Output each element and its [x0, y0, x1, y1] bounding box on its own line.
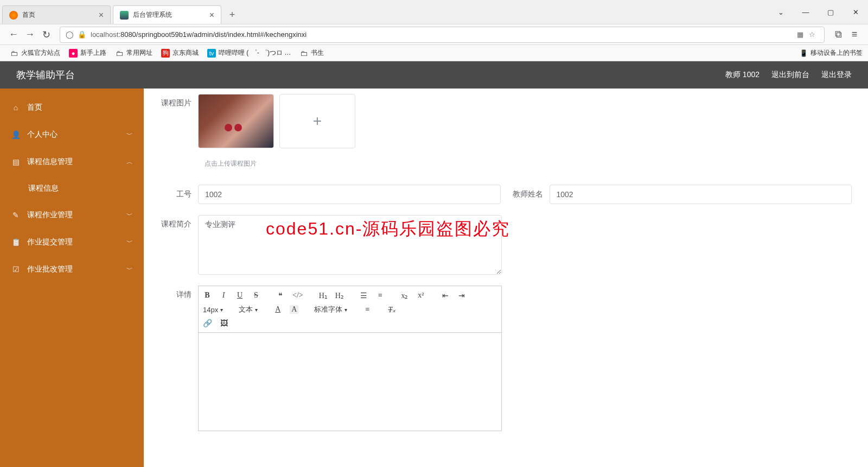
app-menu-button[interactable]: ≡: [846, 27, 863, 43]
browser-tab-active[interactable]: 后台管理系统 ×: [113, 5, 221, 24]
header-logout[interactable]: 退出登录: [821, 70, 852, 80]
chevron-down-icon: ﹀: [126, 211, 133, 220]
chevron-down-icon: ﹀: [126, 265, 133, 274]
textarea-course-intro[interactable]: [198, 215, 502, 275]
bold-button[interactable]: B: [203, 291, 212, 300]
outdent-button[interactable]: ⇤: [441, 291, 450, 300]
chevron-down-icon[interactable]: ⌄: [768, 4, 793, 21]
plus-icon: +: [313, 112, 322, 130]
window-minimize-button[interactable]: —: [793, 4, 818, 21]
close-icon[interactable]: ×: [209, 10, 214, 20]
lock-icon: 🔒: [78, 30, 86, 39]
italic-button[interactable]: I: [219, 291, 228, 300]
chevron-up-icon: ︿: [126, 157, 133, 167]
close-icon[interactable]: ×: [99, 10, 104, 20]
course-image-thumbnail[interactable]: [198, 94, 274, 148]
clipboard-icon: 📋: [11, 238, 21, 247]
h1-button[interactable]: H₁: [319, 291, 328, 300]
bookmark-item[interactable]: 狗京东商城: [157, 47, 203, 59]
bookmark-star-icon[interactable]: ☆: [809, 30, 815, 39]
nav-reload-button[interactable]: ↻: [38, 27, 54, 43]
bookmark-item[interactable]: tv哔哩哔哩 ( ゜- ゜)つロ …: [203, 47, 295, 59]
app-header: 教学辅助平台 教师 1002 退出到前台 退出登录: [0, 61, 868, 89]
list-unordered-button[interactable]: ≡: [376, 291, 385, 300]
text-color-button[interactable]: A: [273, 305, 282, 314]
sidebar-item-course-homework[interactable]: ✎ 课程作业管理 ﹀: [0, 201, 144, 229]
sidebar-item-homework-grade[interactable]: ☑ 作业批改管理 ﹀: [0, 256, 144, 283]
new-tab-button[interactable]: +: [225, 7, 240, 22]
rich-text-editor: B I U S ❝ </> H₁ H₂ ☰ ≡ x₂: [198, 286, 502, 431]
editor-content[interactable]: [199, 333, 501, 431]
strike-button[interactable]: S: [252, 291, 260, 300]
list-icon: ▤: [11, 157, 21, 166]
folder-icon: 🗀: [299, 49, 308, 58]
blockquote-button[interactable]: ❝: [276, 291, 285, 300]
label-teacher-name: 教师姓名: [512, 190, 550, 199]
text-style-select[interactable]: 文本▾: [239, 305, 258, 314]
url-text: localhost:8080/springboot59b1w/admin/dis…: [91, 30, 797, 39]
sidebar-item-label: 首页: [27, 103, 42, 112]
home-icon: ⌂: [11, 103, 21, 112]
url-input[interactable]: ◯ 🔒 localhost:8080/springboot59b1w/admin…: [60, 27, 825, 43]
chevron-down-icon: ﹀: [126, 238, 133, 247]
label-gonghao: 工号: [160, 190, 198, 199]
underline-button[interactable]: U: [235, 291, 244, 300]
label-course-intro: 课程简介: [160, 215, 198, 229]
qr-icon[interactable]: ▦: [797, 30, 803, 39]
browser-tab-home[interactable]: 首页 ×: [2, 5, 111, 24]
sidebar-item-home[interactable]: ⌂ 首页: [0, 94, 144, 121]
bilibili-icon: tv: [207, 49, 216, 58]
bookmark-item[interactable]: 🗀火狐官方站点: [5, 47, 65, 59]
folder-icon: 🗀: [10, 49, 18, 58]
h2-button[interactable]: H₂: [335, 291, 344, 300]
code-button[interactable]: </>: [292, 291, 303, 300]
tab-label: 首页: [22, 10, 94, 20]
nav-back-button[interactable]: ←: [5, 27, 22, 43]
pencil-icon: ✎: [11, 211, 21, 219]
address-bar: ← → ↻ ◯ 🔒 localhost:8080/springboot59b1w…: [0, 24, 868, 45]
sidebar-item-label: 课程信息管理: [27, 157, 73, 167]
nav-forward-button[interactable]: →: [22, 27, 38, 43]
sidebar-item-course-info[interactable]: ▤ 课程信息管理 ︿: [0, 148, 144, 175]
indent-button[interactable]: ⇥: [457, 291, 466, 300]
font-size-select[interactable]: 14px▾: [203, 306, 223, 314]
align-button[interactable]: ≡: [363, 305, 372, 314]
sidebar-subitem-course-info[interactable]: 课程信息: [0, 175, 144, 201]
bookmark-item[interactable]: ●新手上路: [65, 47, 111, 59]
subscript-button[interactable]: x₂: [400, 291, 409, 300]
upload-image-button[interactable]: +: [279, 94, 355, 148]
header-back-frontend[interactable]: 退出到前台: [771, 70, 809, 80]
link-button[interactable]: 🔗: [203, 319, 212, 328]
header-user[interactable]: 教师 1002: [725, 70, 760, 80]
sidebar-item-label: 作业提交管理: [27, 237, 73, 247]
sidebar-item-label: 课程作业管理: [27, 210, 73, 220]
sidebar-item-homework-submit[interactable]: 📋 作业提交管理 ﹀: [0, 229, 144, 256]
input-gonghao[interactable]: [198, 185, 501, 204]
bookmark-item[interactable]: 🗀书生: [295, 47, 328, 59]
main-content: 课程图片 + 点击上传课程图片 工号 教师姓名 课程简介 详情: [144, 89, 868, 467]
bg-color-button[interactable]: A: [290, 305, 298, 314]
bookmark-mobile[interactable]: 📱移动设备上的书签: [800, 48, 863, 58]
font-family-select[interactable]: 标准字体▾: [314, 305, 347, 314]
sidebar-item-label: 个人中心: [27, 130, 58, 140]
folder-icon: 🗀: [115, 49, 124, 58]
editor-toolbar: B I U S ❝ </> H₁ H₂ ☰ ≡ x₂: [199, 286, 501, 333]
window-maximize-button[interactable]: ▢: [818, 4, 843, 21]
clear-format-button[interactable]: Tₓ: [387, 305, 396, 314]
extensions-button[interactable]: ⧉: [830, 27, 846, 43]
jd-icon: 狗: [161, 49, 170, 58]
shield-icon: ◯: [66, 30, 74, 39]
window-close-button[interactable]: ✕: [843, 4, 868, 21]
list-ordered-button[interactable]: ☰: [360, 291, 368, 300]
input-teacher-name[interactable]: [550, 185, 852, 204]
image-button[interactable]: 🖼: [220, 319, 228, 328]
vue-icon: [120, 11, 129, 20]
bookmark-item[interactable]: 🗀常用网址: [111, 47, 157, 59]
browser-tab-strip: 首页 × 后台管理系统 × + ⌄ — ▢ ✕: [0, 0, 868, 24]
mobile-icon: 📱: [800, 49, 808, 57]
sidebar-item-profile[interactable]: 👤 个人中心 ﹀: [0, 121, 144, 148]
sidebar: ⌂ 首页 👤 个人中心 ﹀ ▤ 课程信息管理 ︿ 课程信息 ✎ 课程作业管理 ﹀…: [0, 89, 144, 467]
app-title: 教学辅助平台: [16, 68, 75, 81]
tab-label: 后台管理系统: [133, 10, 205, 20]
superscript-button[interactable]: x²: [417, 291, 425, 300]
